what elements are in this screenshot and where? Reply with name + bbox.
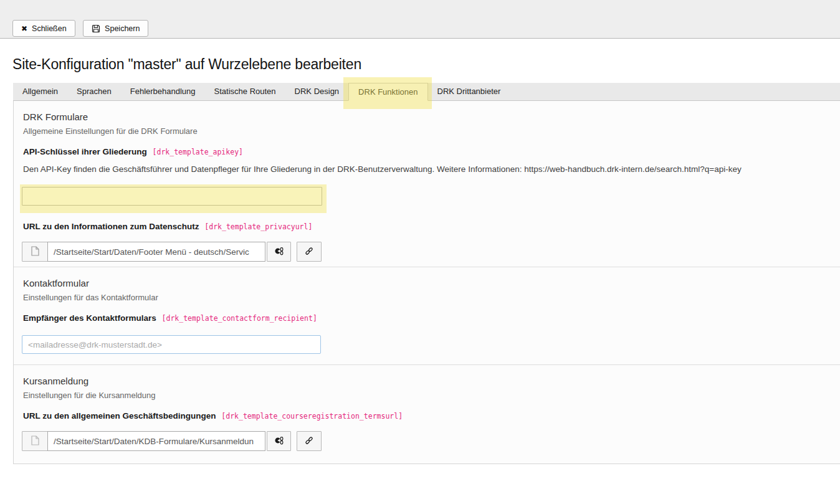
link-button[interactable] bbox=[297, 431, 322, 451]
field-label-privacyurl: URL zu den Informationen zum Datenschutz… bbox=[23, 222, 828, 231]
tab-statische-routen[interactable]: Statische Routen bbox=[205, 83, 285, 100]
section-subtitle: Allgemeine Einstellungen für die DRK For… bbox=[23, 126, 828, 136]
privacyurl-path-input[interactable] bbox=[47, 242, 265, 262]
file-icon bbox=[31, 435, 39, 447]
privacyurl-resource-picker bbox=[22, 242, 828, 262]
field-key-privacyurl: [drk_template_privacyurl] bbox=[204, 222, 312, 231]
field-key-apikey: [drk_template_apikey] bbox=[153, 148, 243, 156]
apikey-input[interactable] bbox=[22, 187, 322, 206]
field-label-contactform-recipient: Empfänger des Kontaktformulars [drk_temp… bbox=[23, 313, 828, 323]
top-toolbar: ✖ Schließen Speichern bbox=[0, 0, 840, 39]
section-title: Kursanmeldung bbox=[23, 376, 828, 386]
resource-select-icon bbox=[274, 246, 284, 258]
resource-select-button[interactable] bbox=[267, 431, 291, 451]
save-icon bbox=[92, 24, 100, 33]
section-title: Kontaktformular bbox=[23, 278, 828, 288]
tab-drk-funktionen-label: DRK Funktionen bbox=[358, 87, 418, 97]
tab-drk-drittanbieter[interactable]: DRK Drittanbieter bbox=[428, 83, 510, 100]
section-subtitle: Einstellungen für das Kontaktformular bbox=[23, 293, 828, 302]
save-button[interactable]: Speichern bbox=[83, 20, 148, 37]
field-label-termsurl: URL zu den allgemeinen Geschäftsbedingun… bbox=[23, 411, 828, 421]
termsurl-resource-picker bbox=[22, 431, 828, 451]
file-browse-button[interactable] bbox=[22, 431, 48, 451]
link-icon bbox=[304, 435, 314, 447]
resource-select-icon bbox=[274, 435, 284, 447]
file-icon bbox=[31, 246, 39, 258]
tab-drk-design[interactable]: DRK Design bbox=[285, 83, 349, 100]
config-tabbar: Allgemein Sprachen Fehlerbehandlung Stat… bbox=[13, 83, 840, 101]
tab-sprachen[interactable]: Sprachen bbox=[67, 83, 121, 100]
section-title: DRK Formulare bbox=[23, 112, 828, 122]
termsurl-path-input[interactable] bbox=[47, 431, 265, 451]
tab-drk-funktionen[interactable]: DRK Funktionen bbox=[348, 83, 427, 101]
tab-content-panel: DRK Formulare Allgemeine Einstellungen f… bbox=[13, 101, 840, 464]
link-icon bbox=[304, 246, 314, 258]
close-icon: ✖ bbox=[21, 25, 27, 32]
close-button[interactable]: ✖ Schließen bbox=[12, 20, 75, 37]
field-description-apikey: Den API-Key finden die Geschäftsführer u… bbox=[23, 164, 828, 174]
close-button-label: Schließen bbox=[32, 24, 67, 33]
resource-select-button[interactable] bbox=[267, 242, 291, 262]
section-kontaktformular: Kontaktformular Einstellungen für das Ko… bbox=[14, 267, 840, 364]
tab-fehlerbehandlung[interactable]: Fehlerbehandlung bbox=[121, 83, 205, 100]
field-label-apikey: API-Schlüssel ihrer Gliederung [drk_temp… bbox=[23, 147, 828, 156]
link-button[interactable] bbox=[297, 242, 322, 262]
page-title: Site-Konfiguration "master" auf Wurzeleb… bbox=[12, 56, 361, 73]
apikey-input-wrap bbox=[22, 187, 322, 206]
section-subtitle: Einstellungen für die Kursanmeldung bbox=[23, 391, 828, 400]
tab-allgemein[interactable]: Allgemein bbox=[13, 83, 67, 100]
section-drk-formulare: DRK Formulare Allgemeine Einstellungen f… bbox=[14, 101, 840, 267]
contactform-recipient-input[interactable] bbox=[22, 335, 321, 354]
save-button-label: Speichern bbox=[105, 24, 140, 33]
field-key-termsurl: [drk_template_courseregistration_termsur… bbox=[221, 412, 403, 421]
section-kursanmeldung: Kursanmeldung Einstellungen für die Kurs… bbox=[14, 364, 840, 464]
file-browse-button[interactable] bbox=[22, 242, 48, 262]
field-key-contactform-recipient: [drk_template_contactform_recipient] bbox=[162, 314, 317, 323]
